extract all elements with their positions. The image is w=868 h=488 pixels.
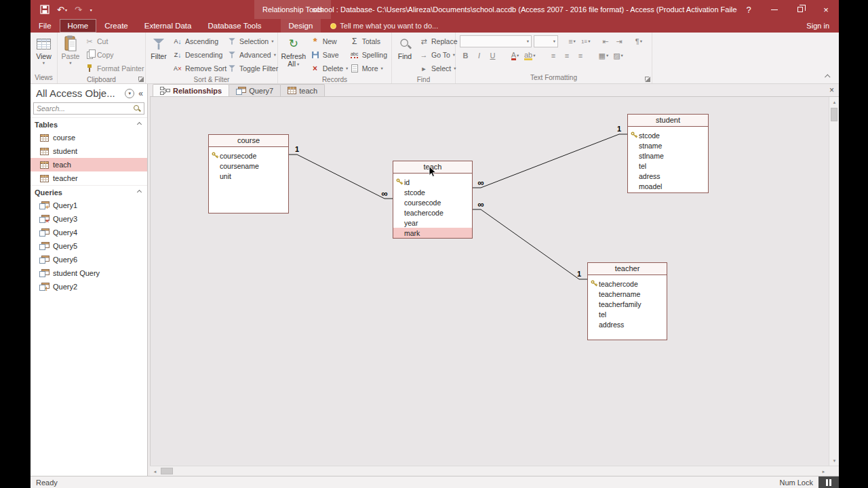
select-button[interactable]: ▸Select▾ bbox=[416, 62, 454, 75]
help-button[interactable]: ? bbox=[736, 0, 762, 19]
tell-me-box[interactable]: Tell me what you want to do... bbox=[330, 19, 438, 33]
minimize-button[interactable] bbox=[762, 0, 787, 19]
close-document-button[interactable]: × bbox=[829, 85, 834, 95]
nav-item-query3[interactable]: ×Query3 bbox=[31, 212, 147, 226]
bullets-button[interactable]: ≡▾ bbox=[566, 35, 578, 47]
ribbon-tab-file[interactable]: File bbox=[31, 19, 60, 33]
more-button[interactable]: More▾ bbox=[347, 62, 390, 75]
horizontal-scrollbar[interactable]: ◄ ► bbox=[150, 466, 829, 476]
view-button[interactable]: View ▾ bbox=[33, 34, 56, 73]
field-stlname[interactable]: stlname bbox=[628, 150, 708, 161]
ascending-button[interactable]: A↓Ascending bbox=[170, 35, 224, 48]
field-list-title-course[interactable]: course bbox=[209, 135, 288, 147]
field-year[interactable]: year bbox=[393, 218, 472, 228]
nav-item-query1[interactable]: +Query1 bbox=[31, 199, 147, 212]
bold-button[interactable]: B bbox=[460, 49, 471, 62]
save-button[interactable] bbox=[40, 5, 50, 14]
relationship-line-student-teach[interactable] bbox=[473, 134, 627, 188]
replace-button[interactable]: ⇄Replace bbox=[416, 35, 454, 48]
nav-item-teacher[interactable]: teacher bbox=[31, 171, 147, 185]
field-id[interactable]: id bbox=[393, 177, 472, 187]
field-list-title-student[interactable]: student bbox=[628, 115, 708, 127]
refresh-all-button[interactable]: ↻ Refresh All▾ bbox=[279, 34, 308, 75]
nav-pane-menu-button[interactable]: ▾ bbox=[125, 89, 134, 98]
vertical-scroll-thumb[interactable] bbox=[831, 108, 837, 121]
font-color-button[interactable]: A▾ bbox=[509, 49, 521, 62]
nav-pane-title[interactable]: All Access Obje... bbox=[36, 87, 125, 99]
go-to-button[interactable]: →Go To▾ bbox=[416, 48, 454, 62]
field-teachername[interactable]: teachername bbox=[588, 289, 667, 299]
field-adress[interactable]: adress bbox=[628, 171, 708, 181]
scroll-left-arrow[interactable]: ◄ bbox=[150, 466, 160, 476]
find-button[interactable]: Find bbox=[393, 34, 416, 75]
nav-item-course[interactable]: course bbox=[31, 131, 147, 144]
ribbon-tab-design[interactable]: Design bbox=[281, 19, 321, 33]
field-unit[interactable]: unit bbox=[209, 171, 288, 181]
undo-button[interactable]: ↶▾ bbox=[57, 5, 67, 15]
field-coursename[interactable]: coursename bbox=[209, 161, 288, 171]
horizontal-scroll-thumb[interactable] bbox=[161, 468, 173, 474]
selection-button[interactable]: Selection▾ bbox=[224, 35, 277, 48]
relationship-line-teacher-teach[interactable] bbox=[473, 209, 587, 279]
field-teachercode[interactable]: teachercode bbox=[588, 279, 667, 289]
nav-group-queries[interactable]: Queries bbox=[31, 185, 147, 199]
field-list-teacher[interactable]: teacherteachercodeteachernameteacherfami… bbox=[587, 262, 667, 340]
background-color-button[interactable]: ▨▾ bbox=[612, 49, 625, 62]
document-tab-relationships[interactable]: Relationships bbox=[153, 84, 229, 96]
relationship-line-course-teach[interactable] bbox=[289, 155, 393, 199]
nav-item-query4[interactable]: Query4 bbox=[31, 226, 147, 239]
ribbon-tab-database-tools[interactable]: Database Tools bbox=[199, 19, 269, 33]
document-tab-query7[interactable]: Query7 bbox=[229, 84, 281, 96]
increase-indent-button[interactable]: ⇥ bbox=[613, 35, 625, 47]
paste-button[interactable]: Paste ▾ bbox=[59, 34, 82, 75]
italic-button[interactable]: I bbox=[473, 49, 485, 62]
align-center-button[interactable]: ≡ bbox=[561, 49, 573, 62]
restore-button[interactable] bbox=[787, 0, 813, 19]
field-tel[interactable]: tel bbox=[628, 161, 708, 171]
field-stcode[interactable]: stcode bbox=[393, 187, 472, 197]
descending-button[interactable]: Z↓Descending bbox=[170, 48, 224, 62]
shutter-bar-close-button[interactable]: « bbox=[138, 89, 143, 98]
search-input[interactable]: Search... bbox=[37, 104, 133, 113]
remove-sort-button[interactable]: A×Remove Sort bbox=[170, 62, 224, 75]
totals-button[interactable]: ΣTotals bbox=[347, 35, 390, 48]
copy-button[interactable]: Copy bbox=[82, 48, 146, 62]
spelling-button[interactable]: abcSpelling bbox=[347, 48, 390, 62]
font-family-combo[interactable]: ▾ bbox=[460, 35, 532, 47]
field-stname[interactable]: stname bbox=[628, 140, 708, 150]
field-mark[interactable]: mark bbox=[393, 228, 472, 238]
relationships-canvas[interactable]: 1∞1∞1∞ ▲ ▼ coursecoursecodecoursenameuni… bbox=[150, 97, 839, 466]
nav-item-query5[interactable]: Query5 bbox=[31, 239, 147, 253]
clipboard-dialog-launcher[interactable] bbox=[138, 77, 144, 82]
relationship-view-button[interactable] bbox=[818, 476, 839, 488]
filter-button[interactable]: Filter bbox=[147, 34, 170, 75]
save-record-button[interactable]: Save bbox=[308, 48, 347, 62]
nav-item-query6[interactable]: Query6 bbox=[31, 253, 147, 266]
field-coursecode[interactable]: coursecode bbox=[209, 150, 288, 161]
ribbon-tab-create[interactable]: Create bbox=[96, 19, 136, 33]
field-list-title-teach[interactable]: teach bbox=[393, 161, 472, 174]
delete-record-button[interactable]: ×Delete▾ bbox=[308, 62, 347, 75]
align-right-button[interactable]: ≡ bbox=[575, 49, 587, 62]
vertical-scrollbar[interactable]: ▲ ▼ bbox=[829, 97, 839, 466]
nav-item-teach[interactable]: teach bbox=[31, 158, 147, 171]
search-box[interactable]: Search... bbox=[33, 102, 144, 115]
gridlines-button[interactable]: ▦▾ bbox=[597, 49, 610, 62]
field-tel[interactable]: tel bbox=[588, 309, 667, 319]
ribbon-tab-external-data[interactable]: External Data bbox=[136, 19, 200, 33]
scroll-down-arrow[interactable]: ▼ bbox=[829, 455, 839, 466]
font-size-combo[interactable]: ▾ bbox=[534, 35, 558, 47]
new-record-button[interactable]: *New bbox=[308, 35, 347, 48]
field-teachercode[interactable]: teachercode bbox=[393, 207, 472, 218]
text-highlight-button[interactable]: ab▾ bbox=[523, 49, 537, 62]
decrease-indent-button[interactable]: ⇤ bbox=[599, 35, 611, 47]
field-stcode[interactable]: stcode bbox=[628, 130, 708, 140]
field-list-student[interactable]: studentstcodestnamestlnameteladressmoade… bbox=[627, 114, 709, 193]
format-painter-button[interactable]: Format Painter bbox=[82, 62, 146, 75]
nav-group-tables[interactable]: Tables bbox=[31, 117, 147, 131]
cut-button[interactable]: ✂Cut bbox=[82, 35, 146, 48]
document-tab-teach[interactable]: teach bbox=[280, 84, 325, 96]
underline-button[interactable]: U bbox=[487, 49, 498, 62]
close-button[interactable]: × bbox=[813, 0, 839, 19]
field-moadel[interactable]: moadel bbox=[628, 181, 708, 191]
